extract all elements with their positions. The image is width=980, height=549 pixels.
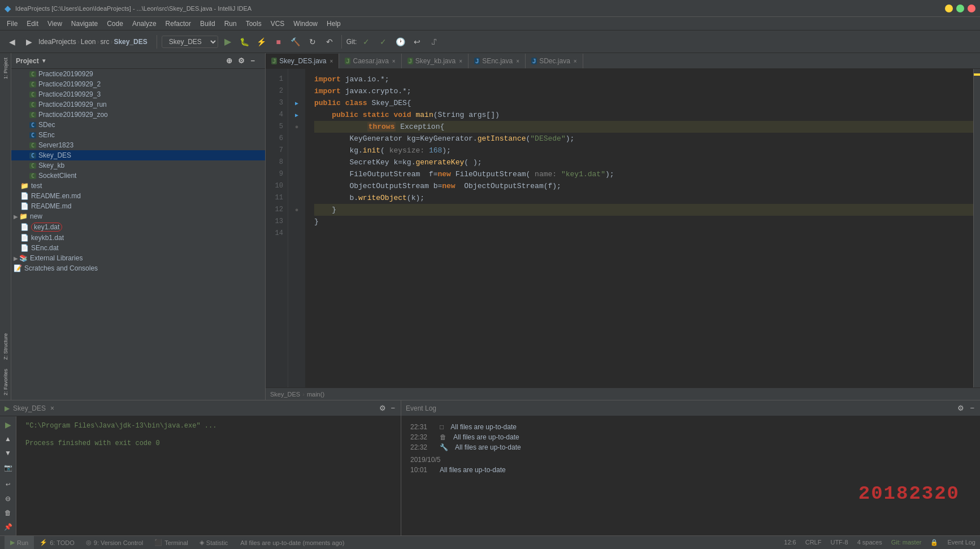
undo-button[interactable]: ↶: [322, 34, 337, 49]
tree-item-skey-kb[interactable]: C Skey_kb: [11, 160, 265, 171]
minimize-button[interactable]: [945, 5, 953, 12]
tree-item-senc-dat[interactable]: 📄 SEnc.dat: [11, 243, 265, 253]
status-tab-todo[interactable]: ⚡ 6: TODO: [34, 536, 80, 550]
menu-window[interactable]: Window: [289, 19, 322, 29]
run-config-select[interactable]: Skey_DES: [162, 36, 218, 48]
status-tab-statistic[interactable]: ◈ Statistic: [194, 536, 234, 550]
run-pin-btn[interactable]: 📌: [2, 521, 14, 533]
menu-file[interactable]: File: [2, 19, 22, 29]
run-button[interactable]: ▶: [220, 34, 235, 49]
debug-button[interactable]: 🐛: [237, 34, 252, 49]
tab-close-skey-kb[interactable]: ×: [459, 58, 462, 64]
right-scroll-strip[interactable]: [973, 69, 980, 387]
run-with-coverage-button[interactable]: ⚡: [254, 34, 269, 49]
menu-refactor[interactable]: Refactor: [161, 19, 196, 29]
event-log-button[interactable]: Event Log: [947, 539, 975, 546]
menu-edit[interactable]: Edit: [22, 19, 43, 29]
tree-item-readme[interactable]: 📄 README.md: [11, 201, 265, 211]
sidebar-tab-project[interactable]: 1: Project: [2, 53, 10, 84]
run-scroll-down-btn[interactable]: ▼: [2, 447, 14, 459]
tab-close-sdec[interactable]: ×: [574, 58, 577, 64]
tree-item-skey-des[interactable]: C Skey_DES: [11, 150, 265, 160]
sync-button[interactable]: ↻: [305, 34, 320, 49]
menu-code[interactable]: Code: [102, 19, 128, 29]
run-trash-btn[interactable]: 🗑: [2, 507, 14, 518]
back-button[interactable]: ◀: [5, 34, 19, 49]
tree-item-senc[interactable]: C SEnc: [11, 130, 265, 140]
code-content[interactable]: import java.io.*; import javax.crypto.*;…: [305, 69, 973, 387]
panel-collapse-icon[interactable]: −: [249, 55, 256, 66]
encoding[interactable]: UTF-8: [830, 539, 848, 546]
tab-skey-des[interactable]: J Skey_DES.java ×: [266, 54, 339, 68]
menu-vcs[interactable]: VCS: [266, 19, 289, 29]
tree-item-practice1[interactable]: C Practice20190929: [11, 69, 265, 79]
indent[interactable]: 4 spaces: [857, 539, 882, 546]
sidebar-tab-favorites[interactable]: 2: Favorites: [2, 364, 10, 400]
event-log-settings-icon[interactable]: ⚙: [956, 403, 965, 413]
forward-button[interactable]: ▶: [21, 34, 36, 49]
line-ending[interactable]: CRLF: [805, 539, 822, 546]
tree-item-practice2[interactable]: C Practice20190929_2: [11, 79, 265, 89]
menu-run[interactable]: Run: [220, 19, 241, 29]
close-button[interactable]: [968, 5, 975, 12]
tab-close-skey-des[interactable]: ×: [330, 58, 333, 64]
tab-sdec[interactable]: J SDec.java ×: [526, 54, 583, 68]
breadcrumb-skey-des-class[interactable]: Skey_DES: [270, 391, 300, 398]
git-history-button[interactable]: 🕐: [393, 34, 407, 49]
run-scroll-up-btn[interactable]: ▲: [2, 433, 14, 445]
tab-caesar[interactable]: J Caesar.java ×: [339, 54, 401, 68]
run-gutter-icon-3[interactable]: ▶: [295, 100, 298, 107]
breadcrumb-skey-des[interactable]: Skey_DES: [114, 38, 147, 46]
cursor-position[interactable]: 12:6: [784, 539, 796, 546]
menu-build[interactable]: Build: [196, 19, 220, 29]
breadcrumb-src[interactable]: src: [100, 38, 109, 46]
git-push-button[interactable]: ✓: [376, 34, 391, 49]
status-tab-run[interactable]: ▶ Run: [5, 536, 34, 550]
event-log-minimize-icon[interactable]: −: [969, 403, 975, 413]
stop-button[interactable]: ■: [271, 34, 286, 49]
vcs-branches-button[interactable]: ⑀: [427, 34, 441, 49]
git-check-button[interactable]: ✓: [359, 34, 374, 49]
menu-navigate[interactable]: Navigate: [67, 19, 102, 29]
tree-item-external-libs[interactable]: ▶ 📚 External Libraries: [11, 253, 265, 263]
tree-item-keykb1-dat[interactable]: 📄 keykb1.dat: [11, 233, 265, 243]
tree-item-scratches[interactable]: 📝 Scratches and Consoles: [11, 263, 265, 273]
menu-help[interactable]: Help: [322, 19, 345, 29]
maximize-button[interactable]: [956, 5, 964, 12]
run-filter-btn[interactable]: ⊖: [2, 493, 14, 504]
git-lock-icon[interactable]: 🔒: [930, 539, 938, 546]
menu-tools[interactable]: Tools: [241, 19, 266, 29]
run-gutter-icon-4[interactable]: ▶: [295, 112, 298, 119]
run-minimize-icon[interactable]: −: [389, 403, 396, 413]
project-dropdown[interactable]: ▼: [41, 58, 47, 64]
panel-sync-icon[interactable]: ⊕: [225, 55, 233, 66]
sidebar-tab-structure[interactable]: Z: Structure: [2, 329, 10, 364]
run-settings-icon[interactable]: ⚙: [378, 403, 387, 413]
status-tab-terminal[interactable]: ⬛ Terminal: [149, 536, 194, 550]
tab-close-caesar[interactable]: ×: [392, 58, 396, 64]
breadcrumb-leon[interactable]: Leon: [81, 38, 96, 46]
tab-senc[interactable]: J SEnc.java ×: [469, 54, 526, 68]
breadcrumb-ideaprojects[interactable]: IdeaProjects: [38, 38, 76, 46]
build-button[interactable]: 🔨: [288, 34, 303, 49]
run-camera-btn[interactable]: 📷: [2, 461, 14, 473]
run-close-button[interactable]: ×: [50, 404, 54, 412]
run-play-btn[interactable]: ▶: [2, 419, 14, 430]
tree-item-key1-dat[interactable]: 📄 key1.dat: [11, 221, 265, 233]
git-status[interactable]: Git: master: [891, 539, 922, 546]
tab-skey-kb[interactable]: J Skey_kb.java ×: [402, 54, 469, 68]
menu-analyze[interactable]: Analyze: [128, 19, 161, 29]
menu-view[interactable]: View: [43, 19, 67, 29]
tree-item-test[interactable]: 📁 test: [11, 181, 265, 191]
tree-item-readme-en[interactable]: 📄 README.en.md: [11, 191, 265, 201]
tree-item-sdec[interactable]: C SDec: [11, 120, 265, 130]
tree-item-practice3[interactable]: C Practice20190929_3: [11, 89, 265, 99]
tree-item-socketclient[interactable]: C SocketClient: [11, 171, 265, 181]
code-editor[interactable]: 1 2 3 4 5 6 7 8 9 10 11 12 13 14 ▶ ▶ ●: [266, 69, 980, 387]
tab-close-senc[interactable]: ×: [516, 58, 519, 64]
tree-item-practice-run[interactable]: C Practice20190929_run: [11, 99, 265, 110]
tree-item-new[interactable]: ▶ 📁 new: [11, 211, 265, 221]
panel-config-icon[interactable]: ⚙: [237, 55, 246, 66]
tree-item-server1823[interactable]: C Server1823: [11, 140, 265, 150]
git-rollback-button[interactable]: ↩: [410, 34, 424, 49]
